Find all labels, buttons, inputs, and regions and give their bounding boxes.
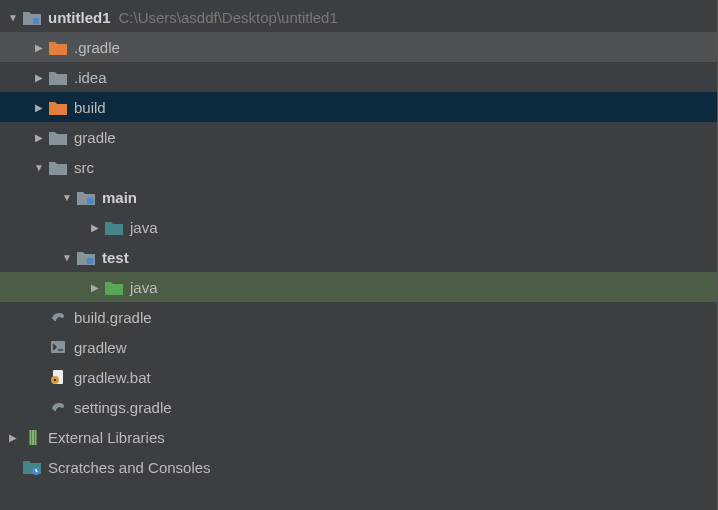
scratches-label: Scratches and Consoles [48, 459, 211, 476]
excluded-folder-icon [48, 37, 68, 57]
svg-rect-0 [33, 18, 39, 24]
folder-label: test [102, 249, 129, 266]
chevron-right-icon[interactable]: ▶ [4, 432, 22, 443]
tree-row-gradlew-bat[interactable]: ▶ gradlew.bat [0, 362, 717, 392]
folder-label: main [102, 189, 137, 206]
chevron-down-icon[interactable]: ▼ [58, 252, 76, 263]
tree-row-scratches[interactable]: ▶ Scratches and Consoles [0, 452, 717, 482]
tree-row-main-java[interactable]: ▶ java [0, 212, 717, 242]
tree-row-build[interactable]: ▶ build [0, 92, 717, 122]
svg-rect-1 [87, 198, 93, 204]
external-libraries-label: External Libraries [48, 429, 165, 446]
file-label: gradlew [74, 339, 127, 356]
tree-row-gradlew[interactable]: ▶ gradlew [0, 332, 717, 362]
tree-row-dot-idea[interactable]: ▶ .idea [0, 62, 717, 92]
svg-point-6 [54, 379, 57, 382]
module-folder-icon [76, 187, 96, 207]
chevron-down-icon[interactable]: ▼ [30, 162, 48, 173]
tree-row-project-root[interactable]: ▼ untitled1 C:\Users\asddf\Desktop\untit… [0, 2, 717, 32]
folder-label: .gradle [74, 39, 120, 56]
tree-row-gradle[interactable]: ▶ gradle [0, 122, 717, 152]
folder-icon [48, 157, 68, 177]
folder-label: java [130, 279, 158, 296]
file-label: gradlew.bat [74, 369, 151, 386]
folder-label: java [130, 219, 158, 236]
svg-rect-2 [87, 258, 93, 264]
shell-file-icon [48, 337, 68, 357]
tree-row-src[interactable]: ▼ src [0, 152, 717, 182]
test-folder-icon [104, 277, 124, 297]
tree-row-external-libraries[interactable]: ▶ ||| External Libraries [0, 422, 717, 452]
libraries-icon: ||| [22, 427, 42, 447]
chevron-down-icon[interactable]: ▼ [4, 12, 22, 23]
source-folder-icon [104, 217, 124, 237]
module-folder-icon [76, 247, 96, 267]
project-tree: ▼ untitled1 C:\Users\asddf\Desktop\untit… [0, 0, 717, 482]
chevron-right-icon[interactable]: ▶ [30, 72, 48, 83]
scratches-icon [22, 457, 42, 477]
tree-row-main[interactable]: ▼ main [0, 182, 717, 212]
chevron-right-icon[interactable]: ▶ [86, 222, 104, 233]
tree-row-dot-gradle[interactable]: ▶ .gradle [0, 32, 717, 62]
project-root-label: untitled1 [48, 9, 111, 26]
folder-label: src [74, 159, 94, 176]
chevron-right-icon[interactable]: ▶ [86, 282, 104, 293]
chevron-down-icon[interactable]: ▼ [58, 192, 76, 203]
folder-icon [48, 67, 68, 87]
tree-row-settings-gradle[interactable]: ▶ settings.gradle [0, 392, 717, 422]
chevron-right-icon[interactable]: ▶ [30, 132, 48, 143]
tree-row-test-java[interactable]: ▶ java [0, 272, 717, 302]
module-folder-icon [22, 7, 42, 27]
project-root-path: C:\Users\asddf\Desktop\untitled1 [119, 9, 338, 26]
bat-file-icon [48, 367, 68, 387]
file-label: settings.gradle [74, 399, 172, 416]
chevron-right-icon[interactable]: ▶ [30, 102, 48, 113]
folder-label: .idea [74, 69, 107, 86]
tree-row-build-gradle[interactable]: ▶ build.gradle [0, 302, 717, 332]
tree-row-test[interactable]: ▼ test [0, 242, 717, 272]
chevron-right-icon[interactable]: ▶ [30, 42, 48, 53]
gradle-file-icon [48, 307, 68, 327]
gradle-file-icon [48, 397, 68, 417]
folder-label: gradle [74, 129, 116, 146]
excluded-folder-icon [48, 97, 68, 117]
folder-icon [48, 127, 68, 147]
file-label: build.gradle [74, 309, 152, 326]
folder-label: build [74, 99, 106, 116]
